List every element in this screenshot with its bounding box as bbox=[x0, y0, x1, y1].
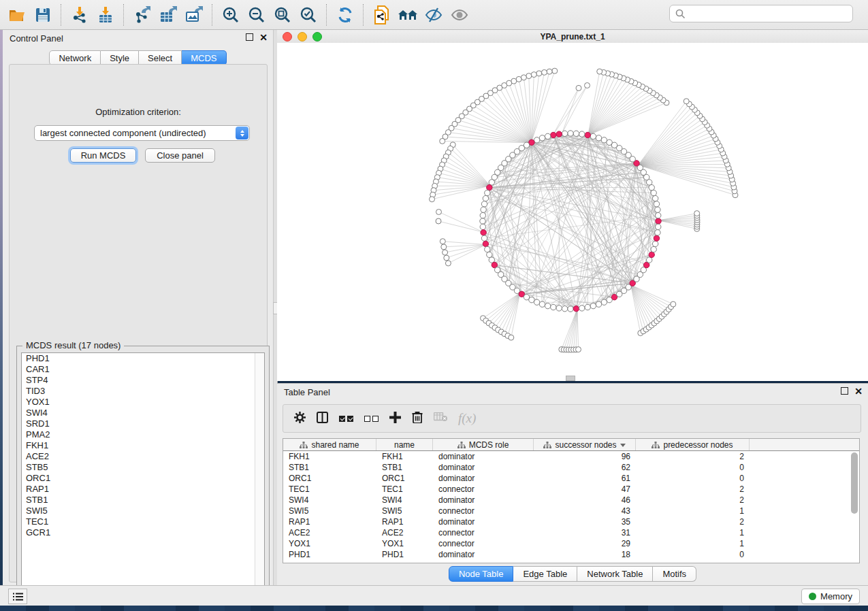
delete-columns-icon[interactable] bbox=[412, 411, 423, 426]
network-window-titlebar[interactable]: YPA_prune.txt_1 bbox=[277, 30, 868, 44]
create-column-icon[interactable] bbox=[389, 412, 401, 426]
mcds-list-item[interactable]: FKH1 bbox=[22, 440, 264, 451]
mcds-list-item[interactable]: STB1 bbox=[22, 495, 264, 506]
network-node[interactable] bbox=[436, 210, 442, 215]
export-table-icon[interactable] bbox=[155, 3, 181, 27]
network-node[interactable] bbox=[562, 306, 567, 312]
network-node[interactable] bbox=[526, 73, 532, 79]
show-all-icon[interactable] bbox=[447, 3, 472, 27]
tab-node-table[interactable]: Node Table bbox=[449, 566, 514, 582]
table-row[interactable]: ACE2ACE2connector311 bbox=[283, 527, 859, 538]
network-node[interactable] bbox=[545, 303, 550, 308]
network-node[interactable] bbox=[430, 197, 435, 202]
network-node[interactable] bbox=[656, 212, 661, 218]
close-table-panel-icon[interactable]: ✕ bbox=[854, 388, 863, 395]
network-node[interactable] bbox=[483, 195, 488, 201]
network-node[interactable] bbox=[576, 85, 581, 90]
network-node[interactable] bbox=[436, 218, 441, 224]
table-row[interactable]: YOX1YOX1connector291 bbox=[283, 538, 859, 549]
search-box[interactable] bbox=[669, 5, 853, 22]
network-node[interactable] bbox=[596, 301, 601, 307]
column-header-predecessor-nodes[interactable]: predecessor nodes bbox=[636, 439, 750, 450]
network-node[interactable] bbox=[444, 255, 449, 261]
mcds-list-item[interactable]: YOX1 bbox=[22, 397, 264, 408]
mcds-node[interactable] bbox=[649, 252, 654, 257]
network-node[interactable] bbox=[534, 137, 539, 143]
save-session-icon[interactable] bbox=[30, 3, 56, 27]
show-columns-icon[interactable] bbox=[317, 412, 328, 426]
mcds-node[interactable] bbox=[556, 131, 562, 137]
network-node[interactable] bbox=[480, 212, 485, 218]
mcds-list-item[interactable]: TEC1 bbox=[22, 516, 264, 527]
mcds-node[interactable] bbox=[487, 184, 492, 190]
open-file-icon[interactable] bbox=[4, 3, 30, 27]
mcds-list-item[interactable]: ACE2 bbox=[22, 451, 264, 462]
float-table-panel-icon[interactable] bbox=[841, 387, 848, 395]
mcds-node[interactable] bbox=[656, 218, 661, 224]
network-node[interactable] bbox=[529, 297, 534, 303]
network-node[interactable] bbox=[590, 133, 596, 139]
network-node[interactable] bbox=[521, 75, 526, 80]
network-node[interactable] bbox=[556, 306, 562, 311]
network-node[interactable] bbox=[534, 299, 539, 305]
mcds-list-item[interactable]: PHD1 bbox=[22, 353, 264, 364]
network-node[interactable] bbox=[573, 131, 579, 136]
network-node[interactable] bbox=[539, 301, 545, 307]
network-node[interactable] bbox=[480, 218, 485, 224]
mcds-node[interactable] bbox=[551, 132, 556, 137]
network-node[interactable] bbox=[579, 131, 585, 137]
network-node[interactable] bbox=[651, 190, 656, 195]
deselect-all-icon[interactable] bbox=[364, 416, 379, 422]
mcds-list-item[interactable]: STP4 bbox=[22, 375, 264, 386]
network-node[interactable] bbox=[481, 201, 487, 207]
mcds-list-item[interactable]: TID3 bbox=[22, 386, 264, 397]
table-row[interactable]: RAP1RAP1dominator352 bbox=[283, 516, 859, 527]
mcds-list-item[interactable]: PMA2 bbox=[22, 429, 264, 440]
network-node[interactable] bbox=[552, 68, 558, 73]
tab-motifs[interactable]: Motifs bbox=[653, 566, 696, 582]
network-node[interactable] bbox=[568, 306, 573, 312]
network-canvas[interactable] bbox=[277, 43, 868, 381]
network-node[interactable] bbox=[445, 261, 451, 266]
network-node[interactable] bbox=[654, 201, 659, 207]
network-node[interactable] bbox=[485, 190, 490, 195]
network-drag-handle[interactable] bbox=[566, 376, 575, 381]
network-node[interactable] bbox=[596, 135, 601, 141]
mcds-list-item[interactable]: STB5 bbox=[22, 462, 264, 473]
network-node[interactable] bbox=[509, 335, 514, 340]
mcds-node[interactable] bbox=[573, 306, 579, 312]
float-panel-icon[interactable] bbox=[246, 33, 253, 41]
network-node[interactable] bbox=[551, 304, 556, 310]
mcds-list-item[interactable]: SWI4 bbox=[22, 408, 264, 418]
select-all-icon[interactable] bbox=[339, 416, 353, 422]
network-node[interactable] bbox=[601, 137, 607, 143]
mcds-node[interactable] bbox=[585, 132, 590, 137]
network-node[interactable] bbox=[536, 71, 542, 76]
mcds-list-item[interactable]: SWI5 bbox=[22, 506, 264, 516]
table-row[interactable]: SWI4SWI4dominator462 bbox=[283, 495, 859, 506]
tab-network-table[interactable]: Network Table bbox=[577, 566, 653, 582]
export-network-icon[interactable] bbox=[129, 3, 155, 27]
network-node[interactable] bbox=[562, 131, 567, 136]
optimization-dropdown[interactable]: largest connected component (undirected) bbox=[34, 125, 250, 141]
table-row[interactable]: ORC1ORC1dominator610 bbox=[283, 473, 859, 484]
network-node[interactable] bbox=[651, 246, 656, 252]
zoom-in-icon[interactable] bbox=[218, 3, 244, 27]
network-node[interactable] bbox=[656, 224, 661, 229]
network-node[interactable] bbox=[671, 301, 676, 307]
zoom-out-icon[interactable] bbox=[244, 3, 270, 27]
home-networks-icon[interactable] bbox=[395, 3, 421, 27]
table-row[interactable]: TEC1TEC1connector472 bbox=[283, 484, 859, 495]
close-panel-icon[interactable]: ✕ bbox=[259, 34, 268, 41]
network-node[interactable] bbox=[480, 224, 485, 229]
column-header-successor-nodes[interactable]: successor nodes bbox=[534, 439, 636, 450]
table-scrollbar-thumb[interactable] bbox=[851, 452, 858, 514]
import-network-icon[interactable] bbox=[67, 3, 93, 27]
task-history-button[interactable] bbox=[8, 589, 27, 604]
mcds-list-item[interactable]: RAP1 bbox=[22, 484, 264, 495]
table-options-gear-icon[interactable] bbox=[294, 412, 306, 426]
mcds-list-item[interactable]: ORC1 bbox=[22, 473, 264, 484]
network-node[interactable] bbox=[539, 135, 545, 141]
zoom-selected-icon[interactable] bbox=[295, 3, 321, 27]
export-image-icon[interactable] bbox=[181, 3, 207, 27]
